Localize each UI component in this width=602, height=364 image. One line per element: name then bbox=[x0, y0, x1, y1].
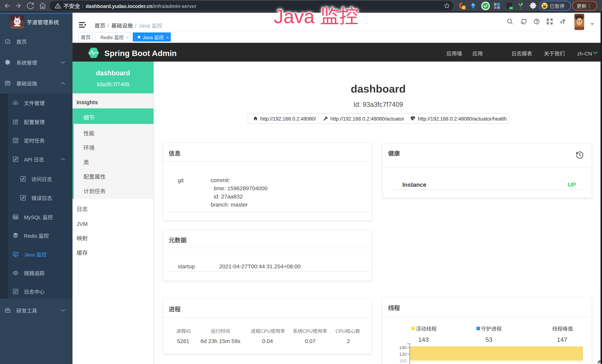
svg-text:1: 1 bbox=[463, 5, 465, 10]
svg-text:on: on bbox=[510, 6, 512, 9]
